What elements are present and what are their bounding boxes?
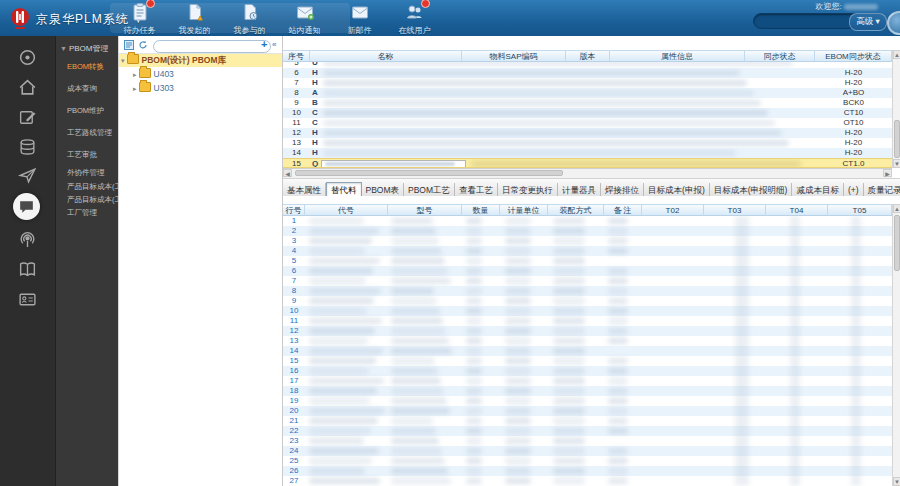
top-table-vscrollbar[interactable]: ▲ ▼ [892,50,900,168]
bottom-table-vscrollbar[interactable]: ▲ ▼ [892,204,900,486]
tree-node-U303[interactable]: ▸U303 [131,82,281,95]
menu-header[interactable]: ▼PBOM管理 [60,43,118,54]
scroll-up-icon[interactable]: ▲ [893,204,900,213]
tab-12[interactable]: (+) [844,183,864,197]
bottom-table-row-7[interactable]: 7 [283,276,892,286]
tree-list-icon[interactable] [124,40,134,50]
column-header-9[interactable]: T03 [704,204,766,216]
column-header-4[interactable]: 版本 [566,50,610,62]
column-header-3[interactable]: 型号 [388,204,462,216]
bottom-table-row-26[interactable]: 26 [283,466,892,476]
bottom-table-row-11[interactable]: 11 [283,316,892,326]
send-icon[interactable] [18,166,37,185]
column-header-8[interactable]: T02 [642,204,704,216]
bottom-table-row-6[interactable]: 6 [283,266,892,276]
scroll-left-icon[interactable]: ◀ [283,169,292,177]
tab-11[interactable]: 减成本目标 [792,183,844,197]
column-header-1[interactable]: 序号 [283,50,310,62]
bottom-table-row-16[interactable]: 16 [283,366,892,376]
search-advanced-button[interactable]: 高级 ▾ [849,13,887,31]
toolbar-button-4[interactable]: 站内通知 [277,2,332,35]
bottom-table-row-10[interactable]: 10 [283,306,892,316]
tab-4[interactable]: PBOM工艺 [404,183,455,197]
toolbar-button-3[interactable]: 我参与的 [222,2,277,35]
top-table-row-7[interactable]: 7HH-20 [283,78,892,88]
menu-item-8[interactable]: 产品目标成本(工厂)维护 [67,195,119,205]
bottom-table-row-2[interactable]: 2 [283,226,892,236]
bottom-table-row-13[interactable]: 13 [283,336,892,346]
menu-item-9[interactable]: 工厂管理 [67,208,119,218]
column-header-5[interactable]: 计量单位 [500,204,548,216]
app-center-icon[interactable] [18,48,37,67]
bottom-table-row-19[interactable]: 19 [283,396,892,406]
bottom-table-row-14[interactable]: 14 [283,346,892,356]
top-table-row-11[interactable]: 11COT10 [283,118,892,128]
tab-3[interactable]: PBOM表 [362,183,405,197]
broadcast-icon[interactable] [18,230,37,249]
tab-6[interactable]: 日常变更执行 [498,183,558,197]
tab-10[interactable]: 目标成本(申报明细) [710,183,793,197]
bottom-table-row-1[interactable]: 1 [283,216,892,226]
tab-9[interactable]: 目标成本(申报) [644,183,710,197]
column-header-7[interactable]: EBOM同步状态 [815,50,892,62]
bottom-table-row-9[interactable]: 9 [283,296,892,306]
column-header-4[interactable]: 数量 [462,204,500,216]
rail-active-item[interactable] [13,193,40,220]
bottom-table-row-22[interactable]: 22 [283,426,892,436]
column-header-5[interactable]: 属性信息 [610,50,745,62]
menu-item-3[interactable]: PBOM维护 [67,106,119,116]
scroll-down-icon[interactable]: ▼ [893,477,900,486]
toolbar-button-1[interactable]: 待办任务 [112,2,167,35]
column-header-1[interactable]: 行号 [283,204,305,216]
tree-collapse-button[interactable]: « [272,40,276,49]
top-table-row-12[interactable]: 12HH-20 [283,128,892,138]
tree-search-input[interactable] [153,40,271,53]
bottom-table-row-20[interactable]: 20 [283,406,892,416]
bottom-table-row-21[interactable]: 21 [283,416,892,426]
top-table-row-13[interactable]: 13HH-20 [283,138,892,148]
column-header-2[interactable]: 名称 [310,50,462,62]
column-header-7[interactable]: 备 注 [604,204,642,216]
inline-edit-box[interactable] [321,160,466,168]
menu-item-1[interactable]: EBOM转换 [67,62,119,72]
top-table-row-8[interactable]: 8AA+BO [283,88,892,98]
bottom-table-row-3[interactable]: 3 [283,236,892,246]
book-icon[interactable] [18,260,37,279]
top-table-row-6[interactable]: 6HH-20 [283,68,892,78]
bottom-table-row-18[interactable]: 18 [283,386,892,396]
tab-13[interactable]: 质量记录 [864,183,900,197]
user-avatar[interactable] [887,11,900,35]
top-table-row-10[interactable]: 10CCT10 [283,108,892,118]
bottom-table-row-23[interactable]: 23 [283,436,892,446]
column-header-10[interactable]: T04 [766,204,828,216]
column-header-2[interactable]: 代号 [305,204,388,216]
id-card-icon[interactable] [18,290,37,309]
tree-refresh-icon[interactable] [138,40,148,50]
tab-7[interactable]: 计量器具 [558,183,601,197]
compose-icon[interactable] [18,108,37,127]
bottom-table-row-27[interactable]: 27 [283,476,892,486]
menu-item-4[interactable]: 工艺路线管理 [67,128,119,138]
toolbar-button-6[interactable]: 在线用户 [387,2,442,35]
bottom-table-row-12[interactable]: 12 [283,326,892,336]
toolbar-button-2[interactable]: 我发起的 [167,2,222,35]
home-icon[interactable] [18,78,37,97]
bottom-table-row-15[interactable]: 15 [283,356,892,366]
menu-item-2[interactable]: 成本查询 [67,84,119,94]
menu-item-7[interactable]: 产品目标成本(工厂)查看 [67,182,119,192]
tab-2[interactable]: 替代料 [326,182,362,197]
tab-1[interactable]: 基本属性 [283,183,326,197]
tab-5[interactable]: 查看工艺 [455,183,498,197]
bottom-table-row-17[interactable]: 17 [283,376,892,386]
global-search-input[interactable] [753,13,861,29]
tab-8[interactable]: 焊接排位 [601,183,644,197]
menu-item-6[interactable]: 外协件管理 [67,168,119,178]
column-header-11[interactable]: T05 [828,204,892,216]
scroll-right-icon[interactable]: ▶ [883,169,892,177]
column-header-3[interactable]: 物料SAP编码 [462,50,566,62]
toolbar-button-5[interactable]: 新邮件 [332,2,387,35]
top-table-row-15[interactable]: 15QCT1.0 [283,158,892,168]
tree-node-U403[interactable]: ▸U403 [131,68,281,81]
tree-add-button[interactable]: + [261,38,267,50]
column-header-6[interactable]: 装配方式 [548,204,604,216]
